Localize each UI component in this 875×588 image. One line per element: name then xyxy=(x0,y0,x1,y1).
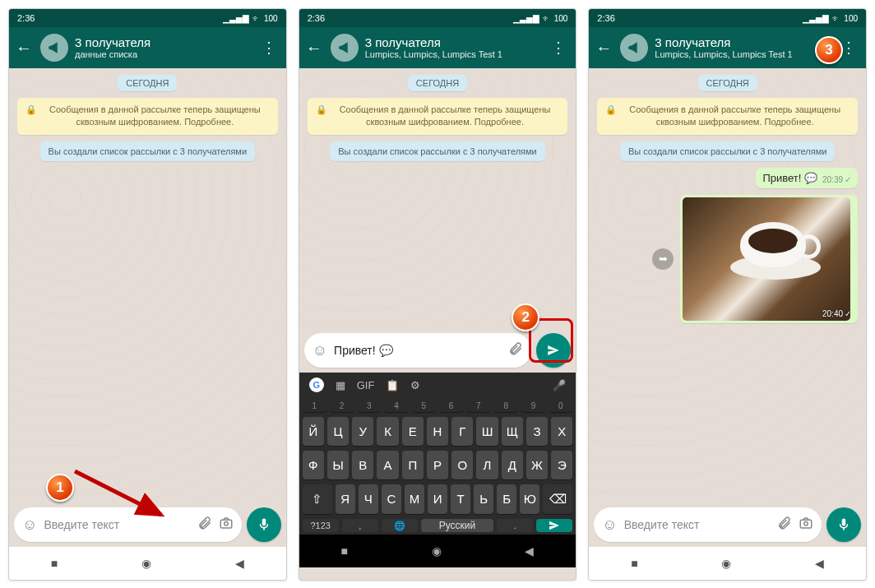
date-chip: СЕГОДНЯ xyxy=(408,75,467,91)
forward-icon[interactable]: ➥ xyxy=(652,248,674,270)
clipboard-icon[interactable]: ▦ xyxy=(336,379,345,391)
nav-home-icon[interactable]: ◉ xyxy=(721,557,731,570)
encryption-notice[interactable]: 🔒 Сообщения в данной рассылке теперь защ… xyxy=(597,98,858,135)
attach-icon[interactable] xyxy=(508,341,523,360)
status-icons: ▁▃▅▇ᯤ100 xyxy=(513,14,568,23)
mic-icon[interactable]: 🎤 xyxy=(553,379,566,391)
notes-icon[interactable]: 📋 xyxy=(386,379,399,391)
back-icon[interactable]: ← xyxy=(594,39,613,58)
nav-home-icon[interactable]: ◉ xyxy=(432,544,442,558)
broadcast-avatar xyxy=(40,34,68,62)
nav-recent-icon[interactable]: ■ xyxy=(631,557,637,570)
nav-home-icon[interactable]: ◉ xyxy=(141,557,151,570)
wifi-icon: ᯤ xyxy=(832,14,840,23)
input-row: ☺ Введите текст xyxy=(9,502,286,547)
send-button[interactable] xyxy=(536,333,571,368)
kb-row-1: ЙЦУКЕНГШЩЗХ xyxy=(299,414,576,448)
more-icon[interactable]: ⋮ xyxy=(546,39,571,57)
broadcast-avatar xyxy=(331,34,359,62)
date-chip: СЕГОДНЯ xyxy=(118,75,177,91)
keyboard-toolbar: G ▦ GIF 📋 ⚙ 🎤 xyxy=(299,373,576,397)
signal-icon: ▁▃▅▇ xyxy=(513,14,539,23)
settings-icon[interactable]: ⚙ xyxy=(410,379,420,391)
android-navbar: ■ ◉ ◀ xyxy=(589,547,866,580)
input-row: ☺ Введите текст xyxy=(589,502,866,547)
kb-row-bottom: ?123 , 🌐 Русский . xyxy=(299,516,576,535)
comma-key[interactable]: , xyxy=(342,519,378,532)
message-outgoing[interactable]: Привет! 💬 20:39 ✓ xyxy=(756,168,858,188)
mic-button[interactable] xyxy=(826,507,861,542)
gif-icon[interactable]: GIF xyxy=(357,379,375,391)
kb-row-2: ФЫВАПРОЛДЖЭ xyxy=(299,448,576,482)
lock-icon: 🔒 xyxy=(316,104,327,116)
clock: 2:36 xyxy=(308,13,325,23)
image-message[interactable]: ➥ 20:40 ✓ xyxy=(680,195,858,323)
signal-icon: ▁▃▅▇ xyxy=(803,14,829,23)
step-badge-3: 3 xyxy=(815,36,843,64)
status-icons: ▁▃▅▇ᯤ100 xyxy=(803,14,858,23)
message-input-box[interactable]: ☺ Введите текст xyxy=(14,507,242,542)
svg-rect-3 xyxy=(800,520,812,528)
status-bar: 2:36 ▁▃▅▇ ᯤ 100 xyxy=(9,9,286,27)
chat-area: СЕГОДНЯ 🔒 Сообщения в данной рассылке те… xyxy=(299,68,576,328)
android-navbar: ■ ◉ ◀ xyxy=(299,535,576,567)
message-input[interactable]: Введите текст xyxy=(44,518,190,531)
screen-3: 2:36 ▁▃▅▇ᯤ100 ← 3 получателя Lumpics, Lu… xyxy=(588,8,867,581)
wifi-icon: ᯤ xyxy=(252,14,261,23)
emoji-icon[interactable]: ☺ xyxy=(22,516,37,534)
nav-back-icon[interactable]: ◀ xyxy=(525,544,534,558)
camera-icon[interactable] xyxy=(799,516,813,535)
created-notice: Вы создали список рассылки с 3 получател… xyxy=(620,141,836,161)
period-key[interactable]: . xyxy=(497,519,533,532)
message-text: Привет! 💬 xyxy=(762,172,817,184)
more-icon[interactable]: ⋮ xyxy=(257,39,281,57)
backspace-key[interactable]: ⌫ xyxy=(543,484,572,514)
chat-title: 3 получателя xyxy=(75,35,250,49)
battery-icon: 100 xyxy=(264,14,278,23)
lang-key[interactable]: 🌐 xyxy=(382,519,418,532)
chat-subtitle: Lumpics, Lumpics, Lumpics Test 1 xyxy=(365,49,540,60)
back-icon[interactable]: ← xyxy=(14,39,34,58)
space-key[interactable]: Русский xyxy=(421,519,494,532)
message-input[interactable]: Введите текст xyxy=(624,518,771,531)
shift-key[interactable]: ⇧ xyxy=(303,484,332,514)
encryption-notice[interactable]: 🔒 Сообщения в данной рассылке теперь защ… xyxy=(17,98,278,135)
emoji-icon[interactable]: ☺ xyxy=(312,342,327,359)
nav-recent-icon[interactable]: ■ xyxy=(51,557,58,570)
check-icon: ✓ xyxy=(845,309,851,318)
screen-2: 2:36 ▁▃▅▇ᯤ100 ← 3 получателя Lumpics, Lu… xyxy=(299,8,577,581)
attach-icon[interactable] xyxy=(777,516,792,535)
chat-subtitle: данные списка xyxy=(75,49,250,60)
keyboard[interactable]: G ▦ GIF 📋 ⚙ 🎤 1234567890 ЙЦУКЕНГШЩЗХ ФЫВ… xyxy=(299,373,576,535)
lock-icon: 🔒 xyxy=(605,104,617,116)
message-input[interactable]: Привет! 💬 xyxy=(334,344,502,357)
input-row: ☺ Привет! 💬 xyxy=(299,328,576,373)
status-icons: ▁▃▅▇ ᯤ 100 xyxy=(223,14,278,23)
emoji-icon[interactable]: ☺ xyxy=(602,516,617,534)
battery-icon: 100 xyxy=(554,14,568,23)
check-icon: ✓ xyxy=(845,175,851,184)
chat-header[interactable]: ← 3 получателя данные списка ⋮ xyxy=(9,27,286,68)
message-input-box[interactable]: ☺ Введите текст xyxy=(594,507,822,542)
battery-icon: 100 xyxy=(844,14,858,23)
back-icon[interactable]: ← xyxy=(304,39,324,58)
chat-area: СЕГОДНЯ 🔒 Сообщения в данной рассылке те… xyxy=(589,68,866,502)
screen-1: 2:36 ▁▃▅▇ ᯤ 100 ← 3 получателя данные сп… xyxy=(8,8,287,581)
nav-recent-icon[interactable]: ■ xyxy=(341,544,348,558)
attach-icon[interactable] xyxy=(197,516,212,535)
message-input-box[interactable]: ☺ Привет! 💬 xyxy=(304,333,532,368)
chat-header[interactable]: ← 3 получателя Lumpics, Lumpics, Lumpics… xyxy=(299,27,576,68)
message-meta: 20:39 ✓ xyxy=(822,175,851,184)
header-text[interactable]: 3 получателя данные списка xyxy=(75,35,250,60)
nav-back-icon[interactable]: ◀ xyxy=(815,557,824,570)
camera-icon[interactable] xyxy=(219,516,234,535)
lock-icon: 🔒 xyxy=(25,104,37,116)
encryption-notice[interactable]: 🔒 Сообщения в данной рассылке теперь защ… xyxy=(308,98,568,135)
kb-send-key[interactable] xyxy=(536,519,572,532)
symbols-key[interactable]: ?123 xyxy=(303,519,339,532)
mic-button[interactable] xyxy=(247,507,281,542)
step-badge-1: 1 xyxy=(46,474,74,502)
google-icon[interactable]: G xyxy=(309,377,324,392)
status-bar: 2:36 ▁▃▅▇ᯤ100 xyxy=(299,9,576,27)
nav-back-icon[interactable]: ◀ xyxy=(235,557,244,570)
